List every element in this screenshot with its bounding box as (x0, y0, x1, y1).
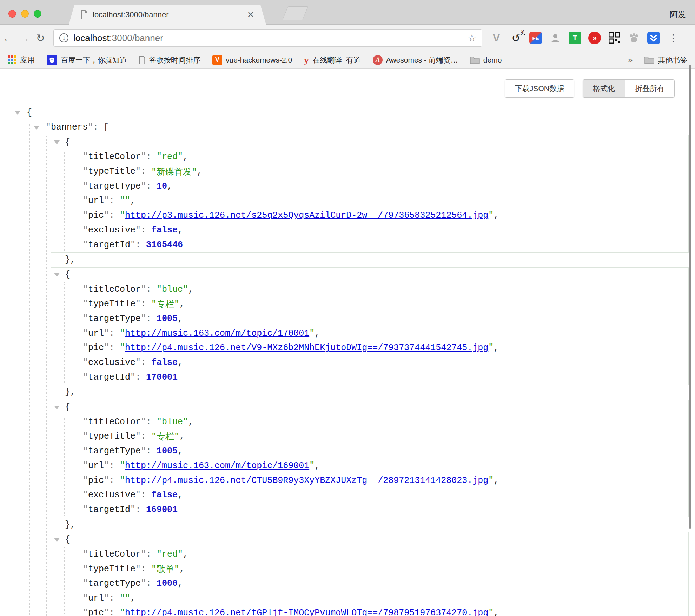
bookmark-youdao[interactable]: y 在线翻译_有道 (304, 54, 361, 66)
json-token: , (179, 431, 185, 441)
scrollbar[interactable] (689, 65, 691, 529)
json-token: " (135, 564, 141, 574)
json-token: " (130, 505, 135, 515)
json-number: 170001 (146, 372, 178, 382)
back-button[interactable]: ← (0, 32, 16, 45)
json-brace: }, (65, 387, 75, 397)
tampermonkey-extension-icon[interactable]: T (569, 32, 581, 44)
json-token: " (83, 240, 88, 250)
collapse-triangle-icon[interactable] (34, 126, 39, 130)
collapse-triangle-icon[interactable] (54, 140, 60, 144)
json-key: exclusive (88, 490, 135, 500)
json-link[interactable]: http://p3.music.126.net/s25q2x5QyqsAzilC… (125, 210, 488, 221)
bookmarks-overflow-chevron[interactable]: » (628, 55, 633, 65)
bookmark-baidu[interactable]: 百度一下，你就知道 (47, 55, 127, 65)
download-json-button[interactable]: 下载JSON数据 (505, 79, 574, 98)
json-string: "red" (157, 549, 183, 559)
json-number: 1005 (157, 314, 178, 324)
json-brace: { (65, 270, 70, 280)
json-token: " (83, 181, 88, 191)
json-token: " (83, 210, 88, 221)
json-line: "targetType": 1000, (51, 576, 688, 591)
json-link[interactable]: http://p4.music.126.net/V9-MXz6b2MNhEKju… (125, 343, 488, 353)
json-token: " (135, 225, 141, 235)
json-token: " (83, 299, 88, 309)
bookmark-google-sort[interactable]: 谷歌按时间排序 (139, 55, 200, 65)
fehelper-extension-icon[interactable]: FE (529, 32, 542, 44)
json-token: " (83, 476, 88, 486)
json-brace: { (27, 107, 32, 118)
browser-tab[interactable]: localhost:3000/banner ✕ (69, 5, 266, 25)
json-empty-string: "" (120, 593, 130, 603)
json-token: " (104, 210, 109, 221)
json-token: , (188, 417, 193, 427)
url-host: localhost (73, 33, 110, 43)
json-key: targetId (88, 240, 130, 250)
json-line: { (51, 268, 688, 282)
bookmark-other-folder[interactable]: 其他书签 (644, 55, 687, 65)
json-token: : (146, 549, 157, 559)
vimium-extension-icon[interactable]: V (490, 32, 503, 44)
translate-extension-icon[interactable]: ↺英 (510, 32, 522, 44)
json-token: " (83, 372, 88, 382)
page-content: 下载JSON数据 格式化 折叠所有 {"banners": [{"titleCo… (0, 69, 695, 616)
collapse-triangle-icon[interactable] (15, 111, 20, 115)
json-link[interactable]: http://music.163.com/m/topic/170001 (125, 328, 309, 339)
address-bar[interactable]: i localhost:3000/banner ☆ (53, 29, 482, 47)
json-token: " (83, 166, 88, 177)
collapse-triangle-icon[interactable] (54, 406, 60, 409)
json-token: : (135, 240, 146, 250)
json-line: "titleColor": "red", (51, 150, 688, 164)
json-key: targetId (88, 372, 130, 382)
minimize-window-button[interactable] (21, 10, 29, 18)
json-token: : (135, 505, 146, 515)
json-key: pic (88, 476, 104, 486)
extensions-row: V ↺英 FE T » (490, 32, 680, 44)
json-key: titleColor (88, 549, 141, 559)
json-token: , (494, 476, 499, 486)
info-icon[interactable]: i (59, 33, 68, 42)
json-link[interactable]: http://p4.music.126.net/CTU5B9R9y3XyYBZX… (125, 476, 488, 486)
collapse-triangle-icon[interactable] (54, 273, 60, 277)
json-token: " (141, 152, 146, 162)
fullscreen-window-button[interactable] (34, 10, 41, 18)
qr-code-extension-icon[interactable] (608, 32, 621, 44)
close-window-button[interactable] (8, 10, 16, 18)
json-token: , (183, 549, 188, 559)
json-link[interactable]: http://music.163.com/m/topic/169001 (125, 461, 309, 471)
bookmark-awesomes[interactable]: A Awesomes - 前端资… (373, 55, 458, 65)
json-line: "targetType": 1005, (51, 312, 688, 326)
collapse-all-button[interactable]: 折叠所有 (625, 79, 675, 98)
json-line: "typeTitle": "专栏", (51, 429, 688, 444)
bookmark-vue-hackernews[interactable]: V vue-hackernews-2.0 (212, 55, 292, 65)
paw-extension-icon[interactable] (628, 32, 640, 44)
json-line: }, (0, 517, 695, 532)
bookmark-demo-folder[interactable]: demo (470, 56, 502, 64)
tab-close-icon[interactable]: ✕ (247, 10, 254, 20)
json-token: : (109, 343, 120, 353)
format-button[interactable]: 格式化 (583, 79, 625, 98)
json-token: : (109, 476, 120, 486)
json-line: "titleColor": "blue", (51, 414, 688, 429)
download-manager-extension-icon[interactable] (647, 32, 660, 44)
json-token: " (83, 284, 88, 295)
json-string: "专栏" (151, 298, 179, 310)
new-tab-button[interactable] (282, 6, 308, 20)
json-key: targetType (88, 181, 141, 191)
json-token: , (494, 343, 499, 353)
url-text[interactable]: localhost:3000/banner (73, 33, 468, 44)
reload-button[interactable]: ↻ (32, 32, 48, 44)
profile-name[interactable]: 阿发 (670, 9, 686, 20)
video-speed-extension-icon[interactable]: » (588, 32, 601, 44)
json-toolbar: 下载JSON数据 格式化 折叠所有 (0, 69, 695, 98)
json-token: " (141, 549, 146, 559)
json-token: : (135, 372, 146, 382)
chrome-menu-icon[interactable]: ⋮ (667, 32, 680, 44)
json-token: : (109, 608, 120, 616)
bookmark-apps[interactable]: 应用 (8, 55, 35, 65)
json-token: " (104, 196, 109, 206)
bookmark-star-icon[interactable]: ☆ (468, 32, 476, 44)
json-link[interactable]: http://p4.music.126.net/tGPljf-IMOCyPvum… (125, 608, 488, 616)
collapse-triangle-icon[interactable] (54, 538, 60, 542)
proxy-person-extension-icon[interactable] (549, 32, 562, 44)
